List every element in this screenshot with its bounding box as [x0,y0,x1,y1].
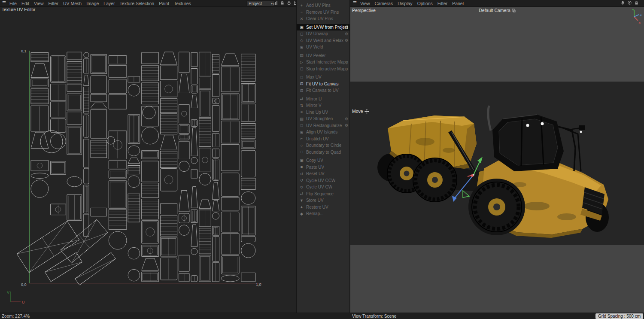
command-label: Cycle UV CW [306,185,332,189]
command-label: UV Weld and Relax [306,38,343,43]
viewport-menu-display[interactable]: Display [398,1,412,6]
uv-corner-bottom-right: 1,0 [256,283,261,287]
viewport-hamburger-icon[interactable]: ☰ [353,0,357,5]
record-icon[interactable] [627,0,632,5]
menu-texture-selection[interactable]: Texture Selection [120,1,155,6]
hamburger-icon[interactable]: ☰ [2,0,6,5]
command-label: Remove UV Pins [306,10,339,15]
command-label: Set UVW from Projection [306,25,348,30]
chart-icon[interactable] [273,0,278,5]
viewport-menu-panel[interactable]: Panel [452,1,464,6]
command-label: Add UV Pins [306,3,331,8]
command-label: Start Interactive Mapping [306,60,348,64]
paste-uv-icon: ■ [299,165,304,169]
truck-model[interactable] [377,106,609,238]
uv-command-set-uvw-from-projection[interactable]: ▣Set UVW from Projection⚙ [297,24,349,31]
viewport-panel[interactable]: Perspective Default Camera Move Y Z X [350,6,644,313]
cycle-uv-cw-icon: ↻ [299,185,304,189]
uv-command-align-uv-islands: ⊞Align UV Islands [297,129,349,136]
mirror-u-icon: ⇄ [299,97,304,101]
menu-view[interactable]: View [34,1,44,6]
command-label: Max UV [306,75,322,79]
command-label: Reset UV [306,171,325,176]
uv-unwrap-icon: ◻ [299,32,304,36]
viewport-menu-cameras[interactable]: Cameras [375,1,393,6]
command-label: Boundary to Quad [306,150,341,155]
command-label: UV Peeler [306,53,326,58]
command-label: Boundary to Circle [306,143,341,148]
zoom-level: Zoom: 227.4% [2,314,30,319]
viewport-camera-label[interactable]: Default Camera [350,8,644,13]
menu-image[interactable]: Image [86,1,99,6]
add-uv-pins-icon: + [299,3,304,8]
uv-command-fit-uv-to-canvas[interactable]: ⊡Fit UV to Canvas [297,81,349,88]
clear-uv-pins-icon: ✕ [299,17,304,21]
uv-canvas-svg[interactable] [0,6,296,313]
uv-corner-bottom-left: 0,0 [21,283,27,287]
uv-command-line-up-uv: ≡Line Up UV [297,109,349,116]
command-label: Flip Sequence [306,191,334,196]
command-label: Unstitch UV [306,137,329,141]
topbar-right-icons [620,0,639,5]
uv-weld-and-relax-icon: ◇ [299,38,304,43]
viewport-menu-filter[interactable]: Filter [437,1,447,6]
uv-commands-list: +Add UV Pins−Remove UV Pins✕Clear UV Pin… [297,0,349,217]
headlight [526,124,529,127]
uv-rectangularize-icon: □ [299,123,304,128]
bell-icon[interactable] [620,0,625,5]
side-mirror [579,125,585,130]
command-label: UV Weld [306,45,323,49]
uv-peeler-icon: ▤ [299,53,304,58]
uv-command-uv-weld: ⊞UV Weld [297,44,349,51]
command-label: Cycle UV CCW [306,178,335,183]
uv-command-reset-uv: ↺Reset UV [297,170,349,177]
reset-uv-icon: ↺ [299,172,304,176]
fit-canvas-to-uv-icon: ⊟ [299,88,304,93]
uv-command-add-uv-pins: +Add UV Pins [297,2,349,9]
hand-icon[interactable] [287,0,292,5]
app-window: ☰ FileEditViewFilterUV MeshImageLayerTex… [0,0,644,319]
uv-command-restore-uv: ▲Restore UV [297,204,349,211]
y-axis-label: Y [632,8,635,12]
command-label: Remap... [306,211,324,216]
project-dropdown[interactable]: Project ▾ [246,0,275,6]
menu-paint[interactable]: Paint [159,1,169,6]
command-label: Copy UV [306,158,323,163]
viewport-3d-canvas[interactable] [350,6,644,313]
align-uv-islands-icon: ⊞ [299,130,304,134]
start-interactive-mapping-icon: ▷ [299,60,304,64]
menu-uv-mesh[interactable]: UV Mesh [63,1,82,6]
lock-icon[interactable] [280,0,285,5]
menu-textures[interactable]: Textures [174,1,191,6]
uv-command-uv-unwrap: ◻UV Unwrap⚙ [297,30,349,37]
gear-icon: ⚙ [345,38,348,43]
gear-icon[interactable]: ⚙ [345,25,348,29]
uv-axis-indicator: V U [6,289,27,306]
mirror-v-icon: ⇅ [299,103,304,108]
copy-uv-icon: ▣ [299,158,304,163]
lock-icon[interactable] [634,0,639,5]
remap-icon: ◆ [299,212,304,216]
menu-filter[interactable]: Filter [49,1,58,6]
command-label: Align UV Islands [306,130,337,134]
menu-layer[interactable]: Layer [103,1,115,6]
uv-command-cycle-uv-ccw: ↺Cycle UV CCW [297,177,349,184]
uv-command-mirror-u: ⇄Mirror U [297,96,349,103]
menu-file[interactable]: File [9,1,17,6]
orientation-gizmo[interactable]: Y Z X [626,7,643,28]
viewport-menu-options[interactable]: Options [417,1,433,6]
uv-corner-top-left: 0,1 [21,49,27,53]
exhaust-pipe [488,106,491,131]
command-label: Mirror V [306,103,322,108]
left-menu: FileEditViewFilterUV MeshImageLayerTextu… [9,1,196,6]
uv-command-cycle-uv-cw: ↻Cycle UV CW [297,184,349,191]
fit-uv-to-canvas-icon: ⊡ [299,82,304,86]
uv-command-uv-peeler: ▤UV Peeler [297,52,349,59]
viewport-menu-view[interactable]: View [360,1,370,6]
menu-edit[interactable]: Edit [21,1,29,6]
uv-weld-icon: ⊞ [299,45,304,49]
active-tool-label: Move [352,109,369,114]
x-axis-label: X [638,21,641,25]
remove-uv-pins-icon: − [299,10,304,14]
right-menu: ViewCamerasDisplayOptionsFilterPanel [360,1,468,6]
